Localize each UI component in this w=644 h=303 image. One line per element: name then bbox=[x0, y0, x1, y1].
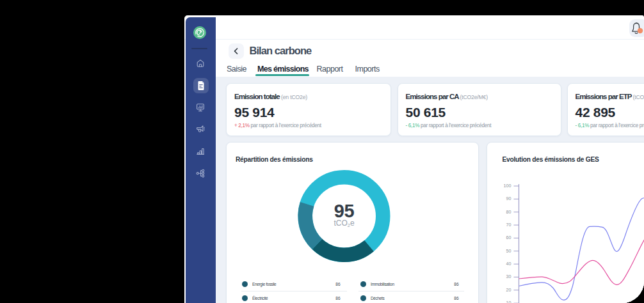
svg-text:70: 70 bbox=[506, 222, 511, 228]
svg-text:80: 80 bbox=[506, 208, 511, 214]
svg-text:90: 90 bbox=[506, 196, 511, 201]
svg-text:30: 30 bbox=[506, 274, 511, 279]
svg-text:20: 20 bbox=[506, 286, 511, 292]
svg-text:40: 40 bbox=[506, 261, 511, 267]
svg-text:50: 50 bbox=[506, 247, 511, 253]
svg-text:60: 60 bbox=[506, 235, 511, 240]
svg-text:100: 100 bbox=[503, 183, 511, 189]
svg-text:tCO2e: tCO2e bbox=[334, 219, 355, 228]
svg-text:10: 10 bbox=[506, 300, 511, 303]
